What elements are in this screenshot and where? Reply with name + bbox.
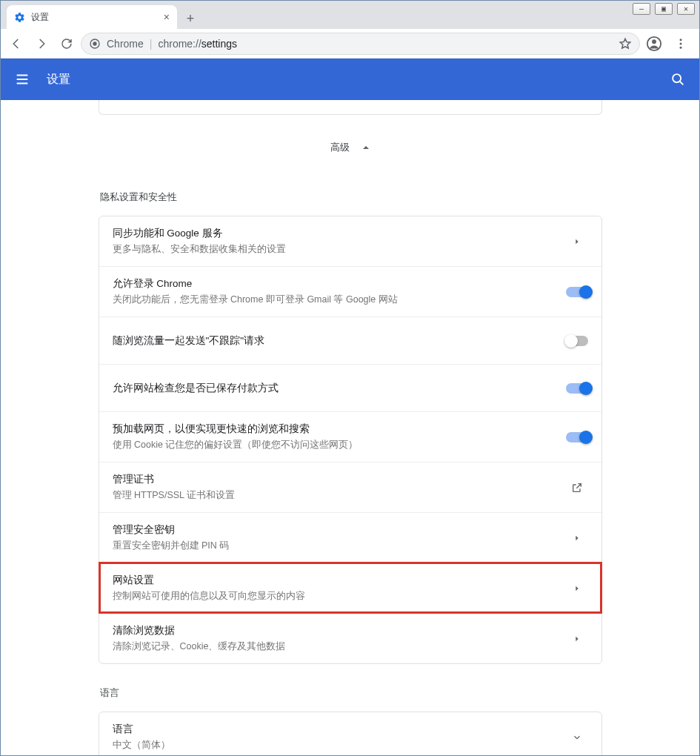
- row-site-settings[interactable]: 网站设置 控制网站可使用的信息以及可向您显示的内容: [99, 563, 601, 613]
- chevron-down-icon: [566, 732, 588, 743]
- browser-toolbar: Chrome | chrome://settings: [1, 29, 699, 59]
- external-link-icon: [566, 482, 588, 494]
- close-window-button[interactable]: ✕: [677, 3, 695, 15]
- chevron-right-icon: [566, 635, 588, 643]
- minimize-button[interactable]: —: [633, 3, 650, 15]
- chevron-right-icon: [566, 238, 588, 245]
- toggle-signin[interactable]: [566, 287, 588, 297]
- section-language-label: 语言: [100, 686, 602, 700]
- window-controls: — ▣ ✕: [633, 3, 695, 15]
- browser-tab[interactable]: 设置 ×: [7, 5, 177, 29]
- svg-point-7: [673, 74, 681, 82]
- row-security-keys[interactable]: 管理安全密钥 重置安全密钥并创建 PIN 码: [99, 512, 601, 563]
- row-clear-data[interactable]: 清除浏览数据 清除浏览记录、Cookie、缓存及其他数据: [99, 613, 601, 663]
- search-icon[interactable]: [670, 71, 686, 87]
- row-manage-certs[interactable]: 管理证书 管理 HTTPS/SSL 证书和设置: [99, 462, 601, 512]
- gear-icon: [14, 12, 25, 23]
- back-button[interactable]: [5, 33, 27, 55]
- chevron-right-icon: [566, 534, 588, 542]
- toggle-dnt[interactable]: [566, 336, 588, 346]
- chevron-right-icon: [566, 585, 588, 592]
- profile-icon[interactable]: [643, 33, 665, 55]
- tab-title: 设置: [31, 11, 49, 24]
- row-preload[interactable]: 预加载网页，以便实现更快速的浏览和搜索 使用 Cookie 记住您的偏好设置（即…: [99, 411, 601, 462]
- svg-point-1: [93, 42, 96, 45]
- row-language[interactable]: 语言 中文（简体）: [99, 712, 601, 755]
- section-privacy-label: 隐私设置和安全性: [100, 190, 602, 204]
- row-sync-google[interactable]: 同步功能和 Google 服务 更多与隐私、安全和数据收集相关的设置: [99, 216, 601, 266]
- site-info-icon[interactable]: [89, 38, 101, 50]
- app-header: 设置: [1, 59, 699, 100]
- forward-button[interactable]: [30, 33, 53, 55]
- settings-content[interactable]: 高级 隐私设置和安全性 同步功能和 Google 服务 更多与隐私、安全和数据收…: [1, 100, 699, 755]
- svg-point-6: [680, 46, 682, 48]
- svg-point-3: [652, 39, 656, 44]
- hamburger-menu-icon[interactable]: [14, 71, 30, 87]
- toggle-payment[interactable]: [566, 383, 588, 394]
- row-payment-check[interactable]: 允许网站检查您是否已保存付款方式: [99, 364, 601, 411]
- maximize-button[interactable]: ▣: [655, 3, 673, 15]
- url-host: Chrome: [107, 38, 144, 50]
- browser-menu-icon[interactable]: [670, 33, 692, 55]
- os-window: — ▣ ✕ 设置 × + Chrome | chro: [0, 0, 700, 756]
- row-allow-signin[interactable]: 允许登录 Chrome 关闭此功能后，您无需登录 Chrome 即可登录 Gma…: [99, 266, 601, 316]
- new-tab-button[interactable]: +: [180, 8, 201, 29]
- tab-strip: 设置 × +: [1, 1, 699, 29]
- row-do-not-track[interactable]: 随浏览流量一起发送"不跟踪"请求: [99, 316, 601, 364]
- svg-point-5: [680, 42, 682, 44]
- chevron-up-icon: [361, 143, 370, 152]
- previous-card-edge: [99, 100, 602, 115]
- bookmark-star-icon[interactable]: [619, 37, 632, 50]
- language-card: 语言 中文（简体） 拼写检查: [99, 712, 602, 755]
- svg-point-4: [680, 39, 682, 41]
- privacy-card: 同步功能和 Google 服务 更多与隐私、安全和数据收集相关的设置 允许登录 …: [99, 216, 602, 664]
- toggle-preload[interactable]: [566, 432, 588, 442]
- page-title: 设置: [47, 72, 70, 87]
- reload-button[interactable]: [56, 33, 78, 55]
- address-bar[interactable]: Chrome | chrome://settings: [81, 33, 640, 55]
- advanced-label: 高级: [330, 141, 350, 154]
- close-tab-icon[interactable]: ×: [164, 11, 170, 23]
- advanced-toggle[interactable]: 高级: [99, 125, 602, 170]
